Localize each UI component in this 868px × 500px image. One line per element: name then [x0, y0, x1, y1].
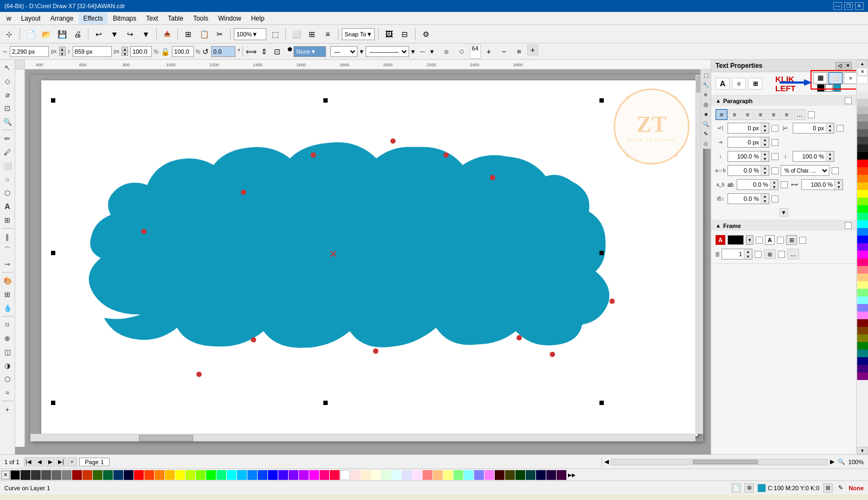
cb-5[interactable] [62, 470, 72, 480]
close-btn[interactable]: ✕ [855, 2, 864, 10]
swatch-dark-green[interactable] [857, 342, 868, 350]
cb-6[interactable] [72, 470, 82, 480]
tool-shadow[interactable]: ◫ [1, 345, 14, 358]
indent1-input[interactable] [728, 123, 761, 133]
tb-open[interactable]: 📂 [39, 27, 53, 41]
page-next-btn[interactable]: ▶ [46, 457, 55, 467]
align-center-btn[interactable]: ≡ [729, 109, 741, 120]
frame-col-icon[interactable]: ⊞ [786, 235, 797, 245]
lang-spacing-check[interactable] [771, 195, 778, 202]
col-down[interactable]: ▼ [744, 254, 752, 259]
swatch-peach[interactable] [857, 274, 868, 281]
swatch-light-cyan[interactable] [857, 296, 868, 304]
menu-item-window[interactable]: Window [214, 12, 246, 24]
cb-mint[interactable] [216, 470, 226, 480]
swatch-rose[interactable] [857, 258, 868, 266]
menu-item-layout[interactable]: Layout [17, 12, 45, 24]
page-last-btn[interactable]: ▶| [56, 457, 66, 467]
tool-smear[interactable]: ⌀ [1, 88, 14, 101]
tool-dropper[interactable]: 💧 [1, 301, 14, 314]
cb-white[interactable] [340, 470, 350, 480]
status-snap-btn[interactable]: ⊞ [823, 483, 833, 493]
swatch-orange-red[interactable] [857, 167, 868, 175]
swatch-orange[interactable] [857, 175, 868, 182]
side-icon-4[interactable]: ≡ [701, 90, 710, 99]
lang-spacing-down[interactable]: ▼ [761, 199, 769, 204]
cb-4[interactable] [52, 470, 61, 480]
word-spacing2-input[interactable] [802, 180, 834, 189]
cb-cream[interactable] [361, 470, 371, 480]
fill-dropdown[interactable]: None ▼ [293, 46, 326, 57]
indent2-spin[interactable]: ▲ ▼ [793, 123, 834, 134]
tb-align-btn[interactable]: ⊟ [398, 27, 412, 41]
tb-new[interactable]: 📄 [23, 27, 37, 41]
swatch-light-yellow[interactable] [857, 281, 868, 289]
para-expand-btn[interactable] [845, 97, 852, 104]
cb-rose[interactable] [320, 470, 329, 480]
word-spacing-up[interactable]: ▲ [770, 180, 778, 185]
tool-rect[interactable]: ⬜ [1, 159, 14, 172]
swatch-maroon[interactable] [857, 319, 868, 327]
tool-transparency[interactable]: ◑ [1, 359, 14, 372]
word-spacing2-up[interactable]: ▲ [835, 180, 843, 185]
cb-10[interactable] [113, 470, 123, 480]
tb-img-btn[interactable]: 🖼 [382, 27, 396, 41]
cb-11[interactable] [124, 470, 133, 480]
indent3-down[interactable]: ▼ [761, 142, 769, 147]
swatch-1[interactable] [857, 91, 868, 99]
cb-blue[interactable] [268, 470, 278, 480]
tb-cut[interactable]: ✂ [213, 27, 227, 41]
align-more-btn[interactable]: ... [794, 109, 806, 120]
tool-measure[interactable]: ⊸ [1, 257, 14, 270]
indent3-spin[interactable]: ▲ ▼ [727, 137, 769, 148]
col-equal-check[interactable] [778, 251, 785, 258]
indent2-input[interactable] [793, 123, 826, 133]
grid2-btn[interactable]: ⊞ [512, 45, 526, 59]
tb-zoom-btn[interactable]: ⬚ [268, 27, 282, 41]
align-right-btn[interactable]: ≡ [742, 109, 754, 120]
tool-shape[interactable]: ◇ [1, 74, 14, 87]
indent3-input[interactable] [728, 137, 761, 147]
cb-2[interactable] [31, 470, 41, 480]
envelope-btn[interactable]: ⬡ [455, 45, 469, 59]
tool-crop[interactable]: ⊡ [1, 102, 14, 115]
indent3-up[interactable]: ▲ [761, 137, 769, 142]
line-spacing-spin[interactable]: ▲ ▼ [727, 151, 769, 162]
swatch-white[interactable] [857, 76, 868, 84]
tb-print[interactable]: 🖨 [71, 27, 85, 41]
indent1-check[interactable] [771, 125, 778, 132]
lock-aspect-btn[interactable]: 🔒 [161, 47, 170, 56]
swatch-8[interactable] [857, 144, 868, 152]
char-spacing-up[interactable]: ▲ [761, 166, 769, 170]
tb-save[interactable]: 💾 [55, 27, 69, 41]
width-input[interactable] [10, 46, 49, 57]
cb-salmon[interactable] [423, 470, 432, 480]
word-spacing-spin[interactable]: ▲ ▼ [737, 179, 778, 190]
cb-indigo[interactable] [278, 470, 288, 480]
swatch-4[interactable] [857, 114, 868, 122]
tb-paste[interactable]: 📋 [197, 27, 211, 41]
cb-3[interactable] [41, 470, 51, 480]
swatch-red[interactable] [857, 160, 868, 167]
tb-grid[interactable]: ⊞ [305, 27, 319, 41]
char-spacing-input[interactable] [728, 166, 761, 175]
cb-sky[interactable] [237, 470, 247, 480]
cb-pale-green[interactable] [454, 470, 463, 480]
tb-guides[interactable]: ≡ [321, 27, 335, 41]
panel-pin-btn[interactable]: ◁ [835, 62, 843, 69]
status-doc-btn[interactable]: 📄 [731, 483, 741, 493]
line-spacing-down[interactable]: ▼ [761, 156, 769, 161]
line-opts-btn[interactable]: — [417, 46, 428, 57]
tb-zoom-dropdown[interactable]: 100% ▼ [234, 28, 266, 40]
page-prev-btn[interactable]: ◀ [35, 457, 44, 467]
cb-dark-red[interactable] [495, 470, 505, 480]
swatch-6[interactable] [857, 129, 868, 137]
cb-lime[interactable] [196, 470, 206, 480]
h-scroll-thumb[interactable] [139, 435, 193, 441]
menu-item-text[interactable]: Text [142, 12, 162, 24]
scale-x-input[interactable] [130, 46, 152, 57]
mirror-v-btn[interactable]: ⇕ [258, 46, 270, 57]
tp-col-icon[interactable]: ⊞ [748, 78, 762, 90]
line-spacing-up[interactable]: ▲ [761, 151, 769, 156]
tp-frame-icon-3[interactable]: ≡ [844, 72, 856, 84]
